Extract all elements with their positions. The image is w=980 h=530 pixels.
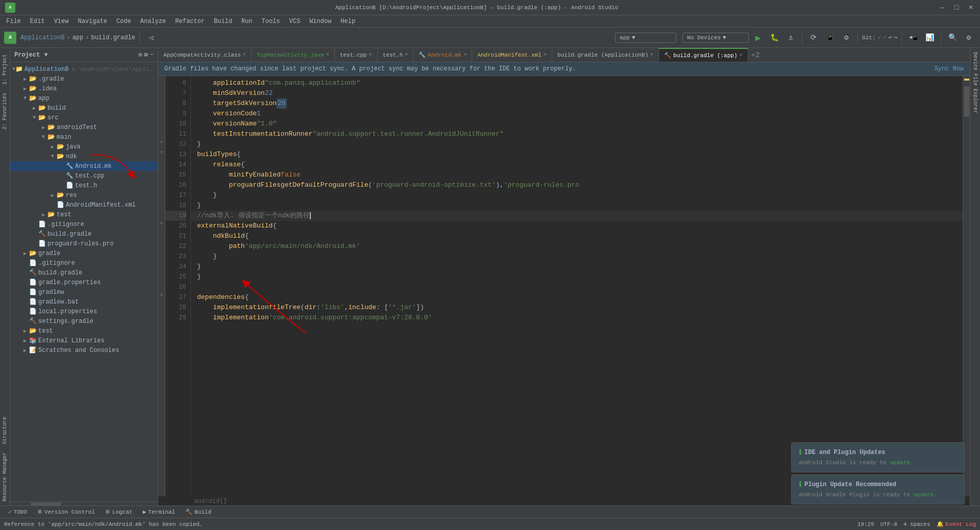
fold-marker-9[interactable] [158, 107, 165, 117]
tree-external-libs[interactable]: ▶ 📚 External Libraries [10, 336, 158, 345]
tab-build-gradle-active-close[interactable]: × [739, 53, 742, 58]
tree-proguard[interactable]: ▶ 📄 proguard-rules.pro [10, 239, 158, 248]
tree-app-folder[interactable]: ▼ 📂 app [10, 93, 158, 103]
tree-build-folder[interactable]: ▶ 📂 build [10, 103, 158, 113]
tab-build-gradle-active[interactable]: 🔨 build.gradle (:app) × [659, 48, 748, 62]
device-mirror-button[interactable]: 📲 [906, 31, 920, 45]
tab-appcompat[interactable]: AppCompatActivity.class × [158, 48, 252, 62]
fold-marker-15[interactable] [158, 168, 165, 178]
bottom-tab-terminal[interactable]: ▶ Terminal [139, 508, 179, 516]
device-dropdown[interactable]: No Devices ▼ [682, 33, 749, 43]
tab-test-cpp[interactable]: test.cpp × [335, 48, 378, 62]
tree-scrollbar[interactable] [10, 501, 158, 506]
avd-manager-button[interactable]: 📱 [823, 31, 837, 45]
close-button[interactable]: × [967, 4, 975, 12]
tree-main-folder[interactable]: ▼ 📂 main [10, 132, 158, 142]
fold-marker-18[interactable] [158, 198, 165, 209]
bottom-tab-version-control[interactable]: ⑧ Version Control [33, 508, 99, 516]
sync-button[interactable]: ⟳ [806, 31, 821, 45]
tree-java-folder[interactable]: ▶ 📂 java [10, 142, 158, 152]
tree-android-mk[interactable]: ▶ 🔧 Android.mk [10, 161, 158, 171]
tree-android-manifest[interactable]: ▶ 📄 AndroidManifest.xml [10, 200, 158, 210]
fold-marker-28[interactable] [158, 300, 165, 311]
tree-idea-folder[interactable]: ▶ 📂 .idea [10, 84, 158, 93]
sync-now-button[interactable]: Sync Now [934, 65, 964, 72]
sdk-manager-button[interactable]: ⚙ [839, 31, 853, 45]
menu-navigate[interactable]: Navigate [74, 17, 111, 26]
run-config-dropdown[interactable]: app ▼ [615, 33, 676, 43]
panel-expand-icon[interactable]: ⊞ [144, 51, 148, 59]
tree-build-gradle-root[interactable]: ▶ 🔨 build.gradle [10, 268, 158, 277]
status-line-col[interactable]: 19:25 [857, 521, 874, 527]
tab-build-gradle-app-close[interactable]: × [650, 52, 653, 58]
popup-ide-link[interactable]: update. [890, 460, 913, 466]
tree-gradle-folder[interactable]: ▶ 📂 .gradle [10, 74, 158, 84]
tab-test-h-close[interactable]: × [405, 52, 408, 58]
bottom-tab-todo[interactable]: ✓ TODO [4, 508, 31, 516]
panel-collapse-icon[interactable]: – [150, 51, 154, 59]
tree-build-gradle-app[interactable]: ▶ 🔨 build.gradle [10, 229, 158, 239]
settings-button[interactable]: ⚙ [962, 31, 976, 45]
tree-res-folder[interactable]: ▶ 📂 res [10, 190, 158, 200]
more-tabs-button[interactable]: +2 [748, 51, 763, 59]
menu-tools[interactable]: Tools [258, 17, 284, 26]
attach-debugger-button[interactable]: ⚓ [783, 31, 798, 45]
tab-appcompat-close[interactable]: × [243, 52, 246, 58]
fold-marker-22[interactable] [158, 239, 165, 249]
fold-marker-14[interactable] [158, 158, 165, 168]
tree-gitignore-app[interactable]: ▶ 📄 .gitignore [10, 219, 158, 229]
menu-run[interactable]: Run [237, 17, 257, 26]
tab-tcpmain-close[interactable]: × [326, 52, 329, 58]
tree-root[interactable]: ▼ 📁 ApplicationB D:\AndroidProject\Appli… [10, 64, 158, 74]
fold-marker-8[interactable] [158, 96, 165, 107]
panel-dropdown-icon[interactable]: ▼ [44, 52, 47, 59]
fold-marker-23[interactable] [158, 249, 165, 260]
menu-window[interactable]: Window [305, 17, 335, 26]
fold-marker-26[interactable] [158, 280, 165, 290]
profile-button[interactable]: 📊 [922, 31, 937, 45]
menu-help[interactable]: Help [336, 17, 359, 26]
bottom-tab-build[interactable]: 🔨 Build [181, 508, 215, 516]
menu-vcs[interactable]: VCS [285, 17, 305, 26]
tab-manifest[interactable]: AndroidManifest.xml × [472, 48, 552, 62]
run-button[interactable]: ▶ [751, 31, 765, 45]
menu-analyze[interactable]: Analyze [136, 17, 170, 26]
code-content[interactable]: applicationId "com.panzq.applicationb" m… [191, 76, 963, 496]
fold-marker-20[interactable]: ▼ [158, 219, 165, 229]
tree-test-folder-src[interactable]: ▶ 📂 test [10, 210, 158, 219]
project-tab-vertical[interactable]: 1: Project [1, 50, 9, 89]
fold-marker-25[interactable] [158, 270, 165, 280]
fold-marker-27[interactable]: ▼ [158, 290, 165, 300]
tree-scratches[interactable]: ▶ 📝 Scratches and Consoles [10, 345, 158, 355]
fold-marker-16[interactable] [158, 178, 165, 188]
tree-ndk-folder[interactable]: ▼ 📂 ndk [10, 152, 158, 161]
tree-gradlew-bat[interactable]: ▶ 📄 gradlew.bat [10, 297, 158, 307]
favorites-tab-vertical[interactable]: 2: Favorites [1, 89, 9, 134]
tree-gradle-properties[interactable]: ▶ 📄 gradle.properties [10, 277, 158, 287]
tab-manifest-close[interactable]: × [544, 52, 547, 58]
back-button[interactable]: ◁ [144, 31, 158, 45]
fold-marker-6[interactable] [158, 76, 165, 86]
tab-test-h[interactable]: test.h × [378, 48, 414, 62]
maximize-button[interactable]: □ [952, 4, 961, 12]
debug-button[interactable]: 🐛 [767, 31, 781, 45]
minimize-button[interactable]: – [938, 4, 946, 12]
event-log-button[interactable]: 🔔 Event Log [937, 521, 976, 527]
fold-marker-29[interactable] [158, 311, 165, 321]
tree-gradlew[interactable]: ▶ 📄 gradlew [10, 287, 158, 297]
tree-androidtest-folder[interactable]: ▶ 📂 androidTest [10, 122, 158, 132]
fold-marker-17[interactable] [158, 188, 165, 198]
fold-marker-19[interactable] [158, 209, 165, 219]
fold-marker-12[interactable]: ▼ [158, 137, 165, 147]
menu-build[interactable]: Build [210, 17, 236, 26]
status-encoding[interactable]: UTF-8 [880, 521, 897, 527]
menu-code[interactable]: Code [112, 17, 135, 26]
tree-settings-gradle[interactable]: ▶ 🔨 settings.gradle [10, 316, 158, 326]
tab-tcpmain[interactable]: TcpMainActivity.java × [252, 48, 335, 62]
menu-refactor[interactable]: Refactor [171, 17, 209, 26]
tree-test-cpp[interactable]: ▶ 🔧 test.cpp [10, 171, 158, 181]
menu-edit[interactable]: Edit [26, 17, 49, 26]
bottom-tab-logcat[interactable]: ⑥ Logcat [101, 508, 137, 516]
vertical-scrollbar[interactable] [963, 76, 970, 496]
tree-local-properties[interactable]: ▶ 📄 local.properties [10, 307, 158, 316]
